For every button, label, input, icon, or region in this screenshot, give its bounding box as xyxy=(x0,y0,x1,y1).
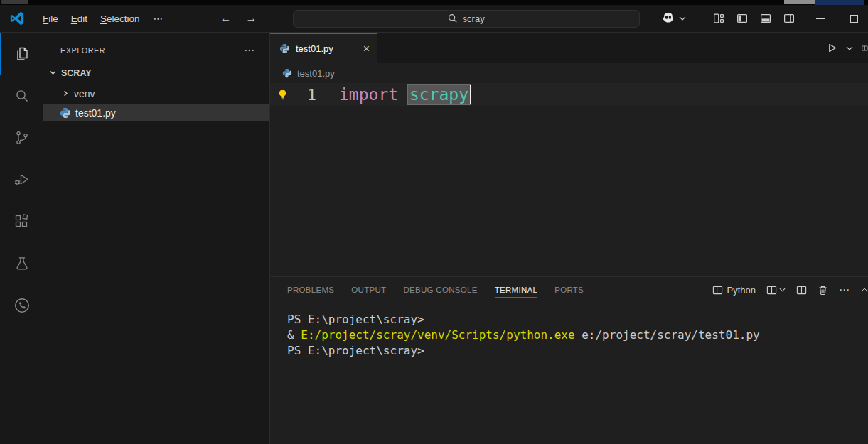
terminal-command-path: E:/project/scray/venv/Scripts/python.exe xyxy=(301,328,574,342)
activity-circle-branch-button[interactable] xyxy=(0,284,43,326)
text-cursor xyxy=(470,85,471,104)
titlebar-right xyxy=(660,11,868,26)
beaker-icon xyxy=(14,255,31,272)
activity-testing-button[interactable] xyxy=(0,242,43,284)
edge-artifact-gray xyxy=(784,0,815,4)
tree-item-venv[interactable]: venv xyxy=(43,85,269,102)
editor-group: test01.py × xyxy=(270,33,868,444)
customize-layout-icon[interactable] xyxy=(713,13,724,24)
explorer-sidebar: EXPLORER ⋯ SCRAY venv xyxy=(43,33,270,444)
maximize-button[interactable] xyxy=(850,15,858,23)
code-editor[interactable]: 1 import scrapy xyxy=(270,83,868,276)
menu-selection[interactable]: Selection xyxy=(94,13,146,24)
command-center-search[interactable]: scray xyxy=(293,10,640,28)
breadcrumb: test01.py xyxy=(270,63,868,83)
vscode-window: File Edit Selection ⋯ ← → scray xyxy=(0,0,868,444)
panel-header: PROBLEMS OUTPUT DEBUG CONSOLE TERMINAL P… xyxy=(270,277,868,303)
terminal-line: PS E:\project\scray> xyxy=(287,343,868,359)
split-editor-icon-partial[interactable] xyxy=(862,43,868,54)
title-bar: File Edit Selection ⋯ ← → scray xyxy=(0,5,868,33)
edge-artifact-left xyxy=(1,0,28,4)
editor-actions xyxy=(827,33,868,63)
main-area: EXPLORER ⋯ SCRAY venv xyxy=(0,33,868,444)
activity-source-control-button[interactable] xyxy=(0,117,43,158)
terminal-output[interactable]: PS E:\project\scray> & E:/project/scray/… xyxy=(270,303,868,359)
chevron-down-icon xyxy=(49,69,57,77)
run-and-debug-icon xyxy=(14,171,31,188)
files-icon xyxy=(14,45,31,63)
layout-controls xyxy=(713,13,795,24)
file-label: test01.py xyxy=(75,107,116,119)
tab-test01[interactable]: test01.py × xyxy=(270,33,377,63)
line-number: 1 xyxy=(296,86,316,104)
toggle-secondary-sidebar-icon[interactable] xyxy=(783,13,795,24)
minimize-button[interactable] xyxy=(816,18,825,18)
copilot-icon xyxy=(660,11,676,26)
activity-explorer-button[interactable] xyxy=(0,33,43,75)
code-text[interactable]: import scrapy xyxy=(339,85,471,104)
launch-profile-icon xyxy=(766,285,777,296)
python-file-icon xyxy=(282,68,292,78)
tab-problems[interactable]: PROBLEMS xyxy=(279,277,343,303)
search-icon xyxy=(448,13,458,23)
activity-bar xyxy=(0,33,43,444)
menu-more-icon[interactable]: ⋯ xyxy=(146,13,172,24)
split-terminal-icon[interactable] xyxy=(796,285,807,296)
toggle-primary-sidebar-icon[interactable] xyxy=(736,13,748,24)
terminal-line: PS E:\project\scray> xyxy=(287,312,868,327)
python-file-icon xyxy=(60,107,71,119)
breadcrumb-item[interactable]: test01.py xyxy=(297,68,335,79)
terminal-name: Python xyxy=(727,285,756,296)
new-terminal-dropdown[interactable] xyxy=(766,285,786,296)
top-edge-strip xyxy=(0,0,868,5)
tab-terminal[interactable]: TERMINAL xyxy=(486,277,547,303)
panel-actions: Python xyxy=(712,283,868,296)
identifier-token: scrapy xyxy=(408,85,470,104)
panel-more-icon[interactable]: ⋯ xyxy=(839,283,850,296)
sidebar-more-icon[interactable]: ⋯ xyxy=(244,44,255,57)
bottom-panel: PROBLEMS OUTPUT DEBUG CONSOLE TERMINAL P… xyxy=(270,276,868,444)
search-value: scray xyxy=(463,13,485,24)
tab-strip: test01.py × xyxy=(270,33,868,63)
tab-label: test01.py xyxy=(296,43,333,54)
activity-search-button[interactable] xyxy=(0,75,43,117)
run-dropdown-chevron-icon[interactable] xyxy=(846,46,853,50)
tab-ports[interactable]: PORTS xyxy=(546,277,592,303)
forward-icon[interactable]: → xyxy=(246,12,257,25)
toggle-panel-icon[interactable] xyxy=(760,13,771,24)
back-icon[interactable]: ← xyxy=(220,12,232,25)
tab-output[interactable]: OUTPUT xyxy=(343,277,395,303)
close-icon[interactable]: × xyxy=(363,43,370,55)
edge-artifact-blue xyxy=(815,0,864,5)
keyword-token: import xyxy=(339,85,408,104)
nav-arrows: ← → xyxy=(220,12,257,25)
maximize-panel-icon-partial[interactable] xyxy=(861,287,868,293)
extensions-icon xyxy=(14,213,31,230)
tree-item-test01[interactable]: test01.py xyxy=(43,104,269,121)
chevron-right-icon xyxy=(62,90,70,97)
sidebar-title: EXPLORER xyxy=(60,46,105,55)
run-button[interactable] xyxy=(827,43,837,53)
activity-run-debug-button[interactable] xyxy=(0,158,43,200)
terminal-instance-python[interactable]: Python xyxy=(712,285,756,296)
tree-root-scray[interactable]: SCRAY xyxy=(43,64,269,82)
terminal-python-icon xyxy=(712,285,723,296)
kill-terminal-trash-icon[interactable] xyxy=(818,285,828,296)
vscode-logo-icon xyxy=(9,11,25,26)
tab-debug-console[interactable]: DEBUG CONSOLE xyxy=(395,277,486,303)
terminal-line: & E:/project/scray/venv/Scripts/python.e… xyxy=(287,327,868,343)
lightbulb-icon[interactable] xyxy=(277,89,289,101)
search-icon xyxy=(14,87,31,104)
circle-branch-icon xyxy=(13,296,31,315)
root-folder-label: SCRAY xyxy=(61,68,92,78)
activity-extensions-button[interactable] xyxy=(0,200,43,242)
sidebar-header: EXPLORER ⋯ xyxy=(43,33,269,64)
chevron-down-icon xyxy=(779,288,786,292)
menu-edit[interactable]: Edit xyxy=(65,13,94,24)
python-file-icon xyxy=(279,43,290,54)
chevron-down-icon xyxy=(679,16,686,21)
copilot-button[interactable] xyxy=(660,11,686,26)
git-branch-icon xyxy=(14,129,31,146)
menu-file[interactable]: File xyxy=(36,13,65,24)
code-line-1: 1 import scrapy xyxy=(270,83,868,106)
